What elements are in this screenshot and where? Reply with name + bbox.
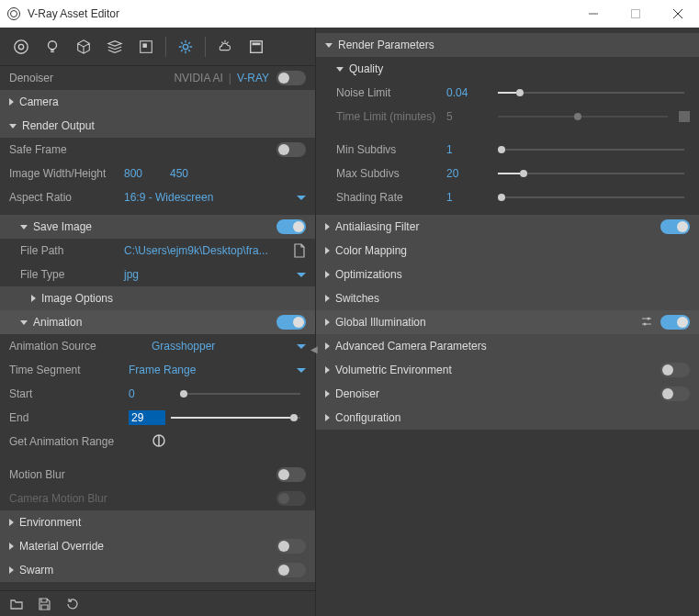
min-subdivs-row: Min Subdivs 1 bbox=[316, 138, 699, 162]
file-path-value[interactable]: C:\Users\ejm9k\Desktop\fra... bbox=[124, 244, 287, 257]
motion-blur-row: Motion Blur bbox=[0, 463, 315, 487]
save-icon[interactable] bbox=[37, 597, 64, 611]
left-scroll[interactable]: Denoiser NVIDIA AI | V-RAY Camera Render… bbox=[0, 66, 315, 590]
svg-point-4 bbox=[15, 39, 28, 52]
antialiasing-section[interactable]: Antialiasing Filter bbox=[316, 215, 699, 239]
noise-limit-slider[interactable] bbox=[498, 92, 684, 94]
denoiser-right-toggle[interactable] bbox=[660, 386, 690, 401]
open-folder-icon[interactable] bbox=[9, 597, 37, 611]
render-button-icon[interactable] bbox=[209, 33, 241, 61]
file-browse-icon[interactable] bbox=[293, 243, 306, 258]
get-range-button-icon[interactable] bbox=[152, 433, 166, 451]
max-subdivs-slider[interactable] bbox=[498, 173, 684, 174]
end-frame-row: End bbox=[0, 406, 315, 430]
panel-collapse-icon[interactable]: ◀ bbox=[310, 344, 318, 354]
image-options-section[interactable]: Image Options bbox=[0, 286, 315, 310]
minimize-button[interactable] bbox=[572, 0, 614, 28]
maximize-button[interactable] bbox=[614, 0, 657, 28]
time-limit-value: 5 bbox=[446, 110, 492, 123]
shading-rate-row: Shading Rate 1 bbox=[316, 185, 699, 209]
environment-section[interactable]: Environment bbox=[0, 510, 315, 534]
caret-right-icon bbox=[9, 543, 14, 550]
denoiser-label: Denoiser bbox=[9, 72, 124, 84]
denoiser-right-section[interactable]: Denoiser bbox=[316, 382, 699, 406]
switches-section[interactable]: Switches bbox=[316, 286, 699, 310]
svg-point-11 bbox=[183, 44, 187, 49]
textures-tab-icon[interactable] bbox=[130, 33, 162, 61]
caret-right-icon bbox=[9, 566, 14, 574]
render-window-icon[interactable] bbox=[241, 33, 272, 61]
caret-right-icon bbox=[325, 319, 330, 326]
image-width-input[interactable] bbox=[124, 167, 170, 180]
time-segment-row[interactable]: Time Segment Frame Range bbox=[0, 358, 315, 382]
file-type-row[interactable]: File Type jpg bbox=[0, 263, 315, 286]
camera-section[interactable]: Camera bbox=[0, 90, 315, 114]
start-frame-row: Start bbox=[0, 382, 315, 406]
save-image-toggle[interactable] bbox=[276, 219, 306, 234]
render-output-section[interactable]: Render Output bbox=[0, 114, 315, 138]
max-subdivs-value[interactable]: 20 bbox=[446, 167, 492, 180]
color-mapping-section[interactable]: Color Mapping bbox=[316, 239, 699, 263]
lights-tab-icon[interactable] bbox=[37, 33, 68, 61]
shading-rate-value[interactable]: 1 bbox=[446, 191, 492, 204]
geometry-tab-icon[interactable] bbox=[68, 33, 99, 61]
swarm-section[interactable]: Swarm bbox=[0, 558, 315, 582]
motion-blur-toggle[interactable] bbox=[276, 467, 306, 482]
settings-tab-icon[interactable] bbox=[170, 33, 201, 61]
gi-settings-icon[interactable] bbox=[640, 315, 653, 330]
left-toolbar bbox=[0, 28, 315, 66]
animation-source-row[interactable]: Animation Source Grasshopper bbox=[0, 334, 315, 358]
material-override-toggle[interactable] bbox=[276, 539, 306, 554]
save-image-section[interactable]: Save Image bbox=[0, 215, 315, 239]
chevron-down-icon bbox=[297, 344, 306, 349]
gi-toggle[interactable] bbox=[660, 315, 690, 330]
materials-tab-icon[interactable] bbox=[6, 33, 37, 61]
render-parameters-section[interactable]: Render Parameters bbox=[316, 33, 699, 57]
app-logo-icon bbox=[7, 7, 20, 20]
swarm-toggle[interactable] bbox=[276, 563, 306, 577]
start-frame-input[interactable] bbox=[129, 387, 175, 400]
min-subdivs-slider[interactable] bbox=[498, 149, 684, 151]
stop-icon[interactable] bbox=[679, 111, 690, 122]
noise-limit-value[interactable]: 0.04 bbox=[446, 86, 492, 99]
animation-toggle[interactable] bbox=[276, 315, 306, 330]
safe-frame-row: Safe Frame bbox=[0, 138, 315, 162]
svg-point-17 bbox=[648, 317, 650, 319]
svg-rect-1 bbox=[632, 10, 640, 18]
get-anim-range-row: Get Animation Range bbox=[0, 430, 315, 454]
image-height-input[interactable] bbox=[170, 167, 216, 180]
chevron-down-icon bbox=[297, 368, 306, 373]
min-subdivs-value[interactable]: 1 bbox=[446, 143, 492, 156]
shading-rate-slider[interactable] bbox=[498, 196, 684, 198]
quality-section[interactable]: Quality bbox=[316, 57, 699, 81]
reset-icon[interactable] bbox=[64, 597, 92, 611]
adv-camera-section[interactable]: Advanced Camera Parameters bbox=[316, 334, 699, 358]
left-panel: Denoiser NVIDIA AI | V-RAY Camera Render… bbox=[0, 28, 315, 616]
denoiser-nvidia[interactable]: NVIDIA AI bbox=[174, 72, 222, 84]
antialiasing-toggle[interactable] bbox=[660, 219, 690, 234]
caret-right-icon bbox=[325, 271, 330, 278]
safe-frame-toggle[interactable] bbox=[276, 142, 306, 157]
material-override-section[interactable]: Material Override bbox=[0, 534, 315, 558]
end-slider[interactable] bbox=[171, 417, 300, 419]
layers-tab-icon[interactable] bbox=[99, 33, 130, 61]
gi-section[interactable]: Global Illumination bbox=[316, 310, 699, 334]
right-scroll[interactable]: Render Parameters Quality Noise Limit 0.… bbox=[316, 28, 699, 616]
start-slider[interactable] bbox=[180, 393, 300, 395]
close-button[interactable] bbox=[657, 0, 699, 28]
window-title: V-Ray Asset Editor bbox=[28, 7, 119, 20]
denoiser-toggle[interactable] bbox=[276, 71, 306, 85]
end-frame-input[interactable] bbox=[129, 410, 165, 425]
caret-right-icon bbox=[31, 295, 36, 302]
camera-motion-blur-toggle bbox=[276, 491, 306, 506]
denoiser-vray[interactable]: V-RAY bbox=[237, 72, 269, 84]
vol-env-section[interactable]: Volumetric Environment bbox=[316, 358, 699, 382]
configuration-section[interactable]: Configuration bbox=[316, 406, 699, 430]
vol-env-toggle[interactable] bbox=[660, 363, 690, 377]
aspect-ratio-row[interactable]: Aspect Ratio 16:9 - Widescreen bbox=[0, 185, 315, 209]
caret-down-icon bbox=[20, 225, 28, 230]
caret-right-icon bbox=[325, 247, 330, 254]
caret-right-icon bbox=[325, 366, 330, 374]
optimizations-section[interactable]: Optimizations bbox=[316, 263, 699, 286]
animation-section[interactable]: Animation bbox=[0, 310, 315, 334]
